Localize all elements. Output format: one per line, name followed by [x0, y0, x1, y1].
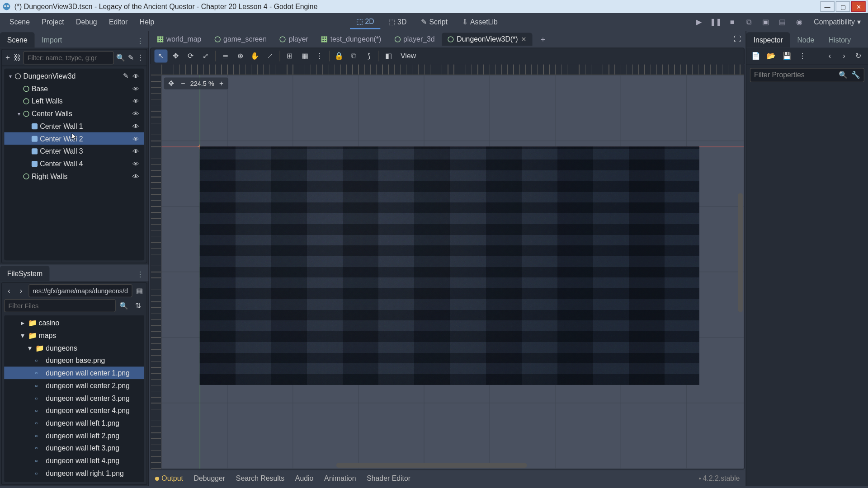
bottom-shader[interactable]: Shader Editor: [367, 474, 410, 483]
play-custom-button[interactable]: ▤: [777, 17, 788, 28]
fs-tree[interactable]: ▸📁casino▾📁maps▾📁dungeons▫dungeon base.pn…: [4, 315, 144, 482]
fs-item-dungeon-wall-center-2-png[interactable]: ▫dungeon wall center 2.png: [4, 379, 144, 392]
insp-nav-fwd[interactable]: ›: [838, 50, 850, 61]
fs-filter-input[interactable]: [4, 299, 116, 312]
canvas[interactable]: [161, 75, 744, 469]
visibility-icon[interactable]: 👁: [132, 122, 142, 130]
renderer-select[interactable]: Compatibility▾: [810, 18, 864, 26]
tree-node-right-walls[interactable]: Right Walls👁: [4, 170, 144, 183]
pause-button[interactable]: ❚❚: [710, 17, 721, 28]
snap-toggle[interactable]: ⊞: [283, 49, 296, 62]
fs-toggle-button[interactable]: ▦: [135, 285, 144, 296]
fs-path[interactable]: res://gfx/game/maps/dungeons/d: [28, 284, 132, 297]
select-tool[interactable]: ↖: [155, 49, 168, 62]
visibility-icon[interactable]: 👁: [132, 160, 142, 167]
pivot-tool[interactable]: ⊕: [234, 49, 247, 62]
menu-help[interactable]: Help: [134, 15, 160, 28]
fs-back-button[interactable]: ‹: [4, 285, 14, 296]
insp-nav-back[interactable]: ‹: [824, 50, 835, 61]
pan-tool[interactable]: ✋: [249, 49, 262, 62]
menu-debug[interactable]: Debug: [70, 15, 103, 28]
fs-item-dungeon-base-png[interactable]: ▫dungeon base.png: [4, 354, 144, 366]
expander-icon[interactable]: ▾: [28, 343, 35, 352]
fs-item-dungeon-wall-left-1-png[interactable]: ▫dungeon wall left 1.png: [4, 417, 144, 429]
visibility-icon[interactable]: 👁: [132, 72, 142, 80]
fs-item-dungeon-wall-right-2-png[interactable]: ▫dungeon wall right 2.png: [4, 479, 144, 482]
tree-node-base[interactable]: Base👁: [4, 82, 144, 95]
bottom-animation[interactable]: Animation: [324, 474, 356, 483]
scene-tab-player[interactable]: player: [274, 33, 314, 46]
scene-more-icon[interactable]: ⋮: [137, 52, 144, 63]
snap-options[interactable]: ⋮: [313, 49, 326, 62]
maximize-button[interactable]: ▢: [836, 1, 850, 12]
fs-item-casino[interactable]: ▸📁casino: [4, 316, 144, 329]
tab-close-icon[interactable]: ✕: [521, 35, 526, 43]
menu-editor[interactable]: Editor: [103, 15, 134, 28]
group-tool[interactable]: ⧉: [348, 49, 361, 62]
zoom-center-button[interactable]: ✥: [166, 79, 176, 88]
move-tool[interactable]: ✥: [169, 49, 182, 62]
scene-filter-input[interactable]: [23, 51, 113, 64]
bottom-search[interactable]: Search Results: [236, 474, 284, 483]
scene-tree[interactable]: ▾DungeonView3d✎👁Base👁Left Walls👁▾Center …: [4, 69, 144, 261]
fs-item-dungeon-wall-center-1-png[interactable]: ▫dungeon wall center 1.png: [4, 366, 144, 379]
fs-item-dungeon-wall-center-4-png[interactable]: ▫dungeon wall center 4.png: [4, 404, 144, 417]
tree-node-center-wall-4[interactable]: Center Wall 4👁: [4, 157, 144, 170]
play-scene-button[interactable]: ▣: [760, 17, 771, 28]
visibility-icon[interactable]: 👁: [132, 110, 142, 117]
zoom-out-button[interactable]: −: [178, 79, 188, 88]
bottom-output[interactable]: Output: [155, 474, 183, 483]
tree-node-center-wall-3[interactable]: Center Wall 3👁: [4, 145, 144, 157]
fs-panel-options-icon[interactable]: ⋮: [132, 268, 148, 281]
expander-icon[interactable]: ▾: [21, 331, 28, 339]
anchor-tool[interactable]: ◧: [382, 49, 395, 62]
inspector-filter[interactable]: Filter Properties 🔍 🔧: [750, 68, 864, 82]
edit-tool-button[interactable]: ✎: [127, 52, 135, 63]
fs-item-dungeons[interactable]: ▾📁dungeons: [4, 342, 144, 354]
mode-assetlib[interactable]: ⇩AssetLib: [456, 15, 504, 29]
play-button[interactable]: ▶: [693, 17, 704, 28]
tab-import[interactable]: Import: [35, 32, 69, 47]
add-node-button[interactable]: ＋: [4, 52, 11, 63]
insp-save-icon[interactable]: 💾: [781, 50, 793, 61]
expander-icon[interactable]: ▾: [7, 73, 15, 79]
fs-fwd-button[interactable]: ›: [16, 285, 26, 296]
grid-snap-toggle[interactable]: ▦: [298, 49, 311, 62]
menu-project[interactable]: Project: [36, 15, 70, 28]
scene-tab-game-screen[interactable]: game_screen: [208, 33, 273, 46]
stop-button[interactable]: ■: [727, 17, 738, 28]
zoom-in-button[interactable]: +: [217, 79, 226, 88]
tab-history[interactable]: History: [821, 32, 858, 47]
visibility-icon[interactable]: 👁: [132, 173, 142, 180]
tab-filesystem[interactable]: FileSystem: [0, 266, 50, 281]
fs-item-maps[interactable]: ▾📁maps: [4, 329, 144, 342]
tab-node[interactable]: Node: [790, 32, 821, 47]
panel-options-icon[interactable]: ⋮: [132, 34, 148, 47]
viewport[interactable]: ✥ − 224.5 % +: [150, 64, 745, 469]
tab-scene[interactable]: Scene: [0, 32, 35, 47]
minimize-button[interactable]: —: [820, 1, 835, 12]
mode-3d[interactable]: ⬚3D: [382, 15, 412, 29]
fs-item-dungeon-wall-center-3-png[interactable]: ▫dungeon wall center 3.png: [4, 391, 144, 404]
view-menu[interactable]: View: [397, 52, 420, 60]
fs-item-dungeon-wall-left-2-png[interactable]: ▫dungeon wall left 2.png: [4, 429, 144, 441]
visibility-icon[interactable]: 👁: [132, 85, 142, 92]
h-scrollbar[interactable]: [336, 463, 527, 468]
movie-button[interactable]: ◉: [793, 17, 804, 28]
tree-node-center-wall-1[interactable]: Center Wall 1👁: [4, 120, 144, 132]
scene-tab-player-3d[interactable]: player_3d: [388, 33, 441, 46]
visibility-icon[interactable]: 👁: [132, 147, 142, 155]
link-node-button[interactable]: ⛓: [14, 52, 21, 63]
distraction-free-button[interactable]: ⛶: [731, 33, 743, 46]
insp-load-icon[interactable]: 📂: [765, 50, 777, 61]
mode-2d[interactable]: ⬚2D: [350, 15, 380, 29]
tree-node-center-wall-2[interactable]: Center Wall 2👁: [4, 132, 144, 145]
scene-tab-test-dungeon-[interactable]: test_dungeon(*): [316, 33, 387, 46]
bone-tool[interactable]: ⟆: [363, 49, 376, 62]
visibility-icon[interactable]: 👁: [132, 98, 142, 105]
fs-item-dungeon-wall-left-3-png[interactable]: ▫dungeon wall left 3.png: [4, 441, 144, 454]
scale-tool[interactable]: ⤢: [199, 49, 212, 62]
lock-tool[interactable]: 🔒: [333, 49, 346, 62]
fs-item-dungeon-wall-right-1-png[interactable]: ▫dungeon wall right 1.png: [4, 466, 144, 479]
close-button[interactable]: ✕: [851, 1, 866, 12]
